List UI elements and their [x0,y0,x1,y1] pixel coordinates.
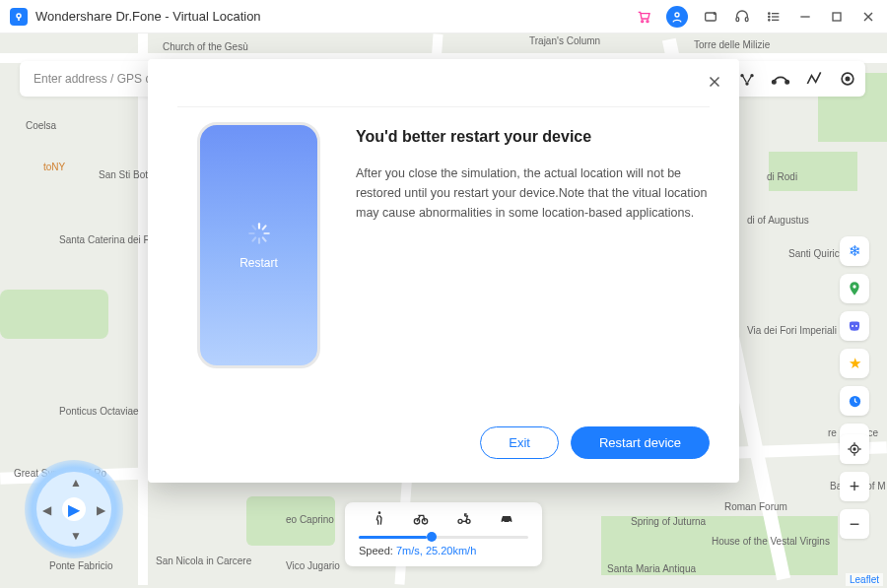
map-label: Trajan's Column [529,35,600,46]
walk-icon[interactable] [372,510,387,530]
map-label: Via dei Fori Imperiali [747,325,837,336]
jump-mode-icon[interactable] [771,69,790,89]
svg-point-39 [458,519,462,523]
feedback-icon[interactable] [702,8,719,26]
mode-toolbar [729,61,865,97]
joystick-down-icon[interactable]: ▼ [70,529,82,543]
bike-icon[interactable] [412,510,430,530]
svg-line-50 [252,237,255,240]
svg-line-52 [252,226,255,229]
svg-point-10 [769,16,770,17]
joystick-left-icon[interactable]: ◀ [42,503,51,517]
app-logo [10,8,28,26]
svg-point-22 [785,81,788,84]
modal-title: You'd better restart your device [356,128,710,146]
map-label: Vico Jugario [286,560,340,571]
svg-point-1 [642,20,644,22]
chip-discord[interactable] [840,311,869,341]
chip-google-maps[interactable] [840,274,869,303]
zoom-in-button[interactable]: + [840,472,869,501]
map-label: Santa Maria Antiqua [607,563,696,574]
svg-point-25 [853,285,855,288]
map-label: Torre delle Milizie [694,39,770,50]
leaflet-attrib[interactable]: Leaflet [846,573,883,586]
app-title: Wondershare Dr.Fone - Virtual Location [35,9,635,24]
account-icon[interactable] [666,6,688,28]
map-label: Ponticus Octaviae [59,406,139,417]
svg-point-5 [714,12,716,15]
svg-point-12 [769,19,770,20]
cart-icon[interactable] [635,8,652,26]
svg-point-36 [377,511,380,514]
svg-line-46 [262,226,265,229]
map-label: Santi Quirico [788,248,845,259]
svg-point-42 [510,521,512,523]
chip-star[interactable]: ★ [840,349,869,378]
svg-point-3 [675,13,679,17]
menu-icon[interactable] [765,8,783,26]
joystick-right-icon[interactable]: ▶ [97,503,105,517]
modal-close-icon[interactable] [706,73,723,91]
modal-body-text: After you close the simulation, the actu… [356,163,710,223]
zoom-out-button[interactable]: − [840,509,869,539]
map-controls: + − [840,434,869,539]
support-icon[interactable] [733,8,751,26]
svg-rect-7 [745,17,748,21]
route-mode-icon[interactable] [804,69,824,89]
map-label: eo Caprino [286,514,334,525]
svg-point-24 [846,77,849,80]
map-label: Church of the Gesù [163,41,248,52]
chip-snowflake[interactable]: ❄ [840,236,869,266]
speed-readout: Speed: 7m/s, 25.20km/h [359,545,528,556]
svg-point-26 [852,325,853,327]
side-app-chips: ❄ ★ [840,236,869,453]
svg-point-41 [503,521,505,523]
svg-point-20 [745,82,748,85]
svg-point-2 [647,20,648,22]
svg-point-27 [855,325,857,327]
titlebar-actions [635,6,877,28]
map-label: San Nicola in Carcere [156,555,251,566]
exit-button[interactable]: Exit [480,426,559,459]
car-icon[interactable] [498,510,515,530]
map-label: di Rodi [767,171,797,182]
scooter-icon[interactable] [455,510,473,530]
device-restart-label: Restart [239,256,278,270]
device-illustration: Restart [197,122,320,368]
svg-point-31 [853,448,855,450]
map-label: Coelsa [26,120,56,131]
joystick-control[interactable]: ▲ ▼ ◀ ▶ ▶ [25,460,123,558]
close-icon[interactable] [859,8,877,26]
joystick-up-icon[interactable]: ▲ [70,476,82,490]
map-label: di of Augustus [747,215,809,226]
minimize-icon[interactable] [796,8,814,26]
restart-device-button[interactable]: Restart device [571,426,710,459]
map-label: Ponte Fabricio [49,560,112,571]
map-label: House of the Vestal Virgins [712,536,830,547]
svg-point-21 [773,81,776,84]
titlebar: Wondershare Dr.Fone - Virtual Location [0,0,887,33]
speed-slider[interactable] [359,536,528,539]
svg-rect-6 [736,17,739,21]
loading-spinner-icon [246,221,272,246]
svg-rect-15 [833,13,841,21]
settings-icon[interactable] [838,69,857,89]
map-label: Roman Forum [724,501,787,512]
maximize-icon[interactable] [828,8,846,26]
teleport-mode-icon[interactable] [737,69,757,89]
locate-button[interactable] [840,434,869,464]
joystick-play-icon[interactable]: ▶ [62,497,86,521]
speed-panel: Speed: 7m/s, 25.20km/h [345,502,542,566]
svg-point-8 [769,13,770,14]
svg-point-37 [415,519,420,524]
svg-point-0 [17,14,21,18]
chip-clock[interactable] [840,386,869,416]
map-label: Spring of Juturna [631,516,706,527]
svg-line-48 [262,237,265,240]
map-label: toNY [43,162,65,172]
restart-modal: Restart You'd better restart your device… [148,59,739,483]
